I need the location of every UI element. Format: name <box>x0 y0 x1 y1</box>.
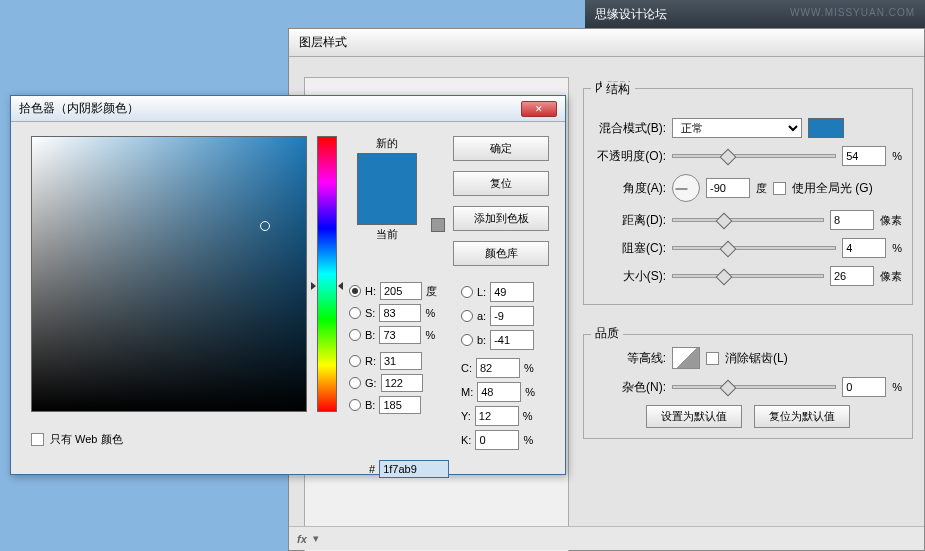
contour-picker[interactable] <box>672 347 700 369</box>
shadow-color-swatch[interactable] <box>808 118 844 138</box>
hue-slider[interactable] <box>317 136 337 412</box>
new-color-label: 新的 <box>351 136 423 151</box>
c-input[interactable] <box>476 358 520 378</box>
choke-label: 阻塞(C): <box>594 240 666 257</box>
color-picker-title: 拾色器（内阴影颜色） <box>19 100 139 117</box>
a-radio[interactable] <box>461 310 473 322</box>
l-label: L: <box>477 286 486 298</box>
global-light-label: 使用全局光 (G) <box>792 180 873 197</box>
noise-unit: % <box>892 381 902 393</box>
watermark-text: WWW.MISSYUAN.COM <box>790 7 915 18</box>
color-field-cursor[interactable] <box>260 221 270 231</box>
distance-slider[interactable] <box>672 218 824 222</box>
r-label: R: <box>365 355 376 367</box>
bb-input[interactable] <box>379 396 421 414</box>
noise-input[interactable] <box>842 377 886 397</box>
r-input[interactable] <box>380 352 422 370</box>
cancel-button[interactable]: 复位 <box>453 171 549 196</box>
set-default-button[interactable]: 设置为默认值 <box>646 405 742 428</box>
noise-label: 杂色(N): <box>594 379 666 396</box>
color-picker-dialog: 拾色器（内阴影颜色） ✕ 新的 当前 确定 复位 添加到色板 颜色库 H:度 S… <box>10 95 566 475</box>
quality-label: 品质 <box>591 326 623 340</box>
close-button[interactable]: ✕ <box>521 101 557 117</box>
angle-dial[interactable] <box>672 174 700 202</box>
blend-mode-select[interactable]: 正常 <box>672 118 802 138</box>
g-input[interactable] <box>381 374 423 392</box>
b2-label: b: <box>477 334 486 346</box>
layer-style-title[interactable]: 图层样式 <box>289 29 924 57</box>
color-field[interactable] <box>31 136 307 412</box>
layer-style-footer: fx ▾ <box>289 526 924 550</box>
h-input[interactable] <box>380 282 422 300</box>
m-unit: % <box>525 386 535 398</box>
angle-label: 角度(A): <box>594 180 666 197</box>
s-label: S: <box>365 307 375 319</box>
choke-input[interactable] <box>842 238 886 258</box>
b-label: B: <box>365 329 375 341</box>
global-light-checkbox[interactable] <box>773 182 786 195</box>
size-label: 大小(S): <box>594 268 666 285</box>
hue-pointer[interactable] <box>313 282 341 290</box>
b2-input[interactable] <box>490 330 534 350</box>
color-library-button[interactable]: 颜色库 <box>453 241 549 266</box>
structure-label: 结构 <box>602 82 634 96</box>
a-input[interactable] <box>490 306 534 326</box>
m-label: M: <box>461 386 473 398</box>
r-radio[interactable] <box>349 355 361 367</box>
h-radio[interactable] <box>349 285 361 297</box>
s-unit: % <box>425 307 435 319</box>
antialias-label: 消除锯齿(L) <box>725 350 788 367</box>
g-radio[interactable] <box>349 377 361 389</box>
bb-label: B: <box>365 399 375 411</box>
angle-input[interactable] <box>706 178 750 198</box>
angle-unit: 度 <box>756 181 767 196</box>
cube-icon[interactable] <box>431 218 445 232</box>
reset-default-button[interactable]: 复位为默认值 <box>754 405 850 428</box>
size-input[interactable] <box>830 266 874 286</box>
quality-group: 等高线: 消除锯齿(L) 杂色(N): % 设置为默认值 复位为默认值 <box>583 334 913 439</box>
blend-mode-label: 混合模式(B): <box>594 120 666 137</box>
distance-label: 距离(D): <box>594 212 666 229</box>
b2-radio[interactable] <box>461 334 473 346</box>
hex-input[interactable] <box>379 460 449 478</box>
distance-input[interactable] <box>830 210 874 230</box>
web-only-label: 只有 Web 颜色 <box>50 432 123 447</box>
bb-radio[interactable] <box>349 399 361 411</box>
web-only-checkbox[interactable] <box>31 433 44 446</box>
ok-button[interactable]: 确定 <box>453 136 549 161</box>
opacity-unit: % <box>892 150 902 162</box>
add-swatch-button[interactable]: 添加到色板 <box>453 206 549 231</box>
s-input[interactable] <box>379 304 421 322</box>
opacity-slider[interactable] <box>672 154 836 158</box>
k-input[interactable] <box>475 430 519 450</box>
opacity-label: 不透明度(O): <box>594 148 666 165</box>
hex-prefix: # <box>369 463 375 475</box>
m-input[interactable] <box>477 382 521 402</box>
y-label: Y: <box>461 410 471 422</box>
opacity-input[interactable] <box>842 146 886 166</box>
l-radio[interactable] <box>461 286 473 298</box>
y-input[interactable] <box>475 406 519 426</box>
chevron-down-icon[interactable]: ▾ <box>313 532 319 545</box>
b-radio[interactable] <box>349 329 361 341</box>
b-input[interactable] <box>379 326 421 344</box>
antialias-checkbox[interactable] <box>706 352 719 365</box>
h-unit: 度 <box>426 284 437 299</box>
y-unit: % <box>523 410 533 422</box>
l-input[interactable] <box>490 282 534 302</box>
a-label: a: <box>477 310 486 322</box>
brand-text: 思缘设计论坛 <box>595 7 667 21</box>
h-label: H: <box>365 285 376 297</box>
choke-slider[interactable] <box>672 246 836 250</box>
s-radio[interactable] <box>349 307 361 319</box>
size-slider[interactable] <box>672 274 824 278</box>
contour-label: 等高线: <box>594 350 666 367</box>
b-unit: % <box>425 329 435 341</box>
choke-unit: % <box>892 242 902 254</box>
noise-slider[interactable] <box>672 385 836 389</box>
k-unit: % <box>523 434 533 446</box>
fx-icon[interactable]: fx <box>297 533 307 545</box>
preview-swatch[interactable] <box>357 153 417 225</box>
c-label: C: <box>461 362 472 374</box>
color-picker-titlebar[interactable]: 拾色器（内阴影颜色） ✕ <box>11 96 565 122</box>
